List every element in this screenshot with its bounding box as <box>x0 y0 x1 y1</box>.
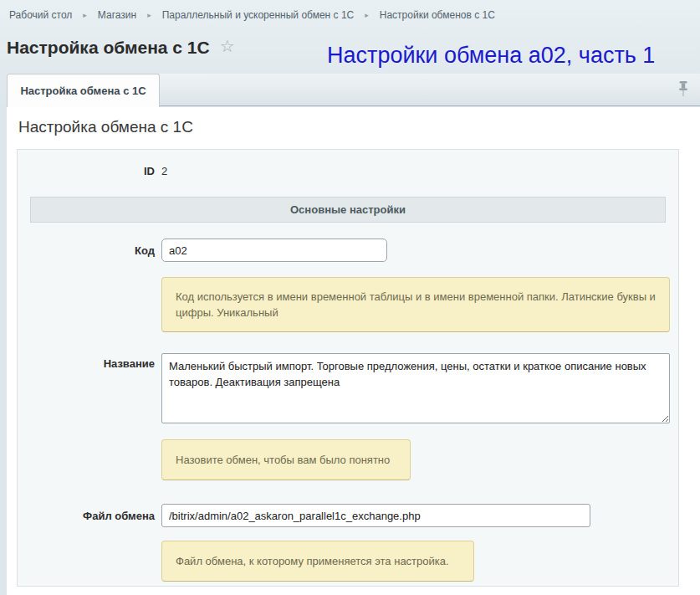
code-input[interactable] <box>161 239 387 262</box>
file-row: Файл обмена <box>18 504 678 527</box>
tab-exchange-settings[interactable]: Настройка обмена с 1С <box>7 74 160 107</box>
code-label: Код <box>18 244 155 257</box>
annotation-text: Настройки обмена a02, часть 1 <box>327 43 655 69</box>
file-label: Файл обмена <box>18 510 155 522</box>
page-title: Настройка обмена с 1С <box>7 32 210 58</box>
name-hint: Назовите обмен, чтобы вам было понятно <box>161 439 411 480</box>
form-heading: Настройка обмена с 1С <box>18 118 700 136</box>
name-textarea[interactable]: Маленький быстрый импорт. Торговые предл… <box>161 353 670 423</box>
file-hint: Файл обмена, к которому применяется эта … <box>161 541 474 582</box>
breadcrumb-item-desktop[interactable]: Рабочий стол <box>9 9 72 21</box>
id-row: ID 2 <box>18 165 678 177</box>
breadcrumb-item-exchange-settings[interactable]: Настройки обменов с 1С <box>380 9 495 21</box>
id-value: 2 <box>161 165 167 177</box>
tab-bar: Настройка обмена с 1С <box>7 74 700 106</box>
pin-icon[interactable] <box>677 80 689 99</box>
content-area: Настройка обмена с 1С ID 2 Основные наст… <box>7 107 700 595</box>
breadcrumb-arrow-icon: ▸ <box>83 11 87 19</box>
section-header-main-settings: Основные настройки <box>30 197 666 223</box>
breadcrumb-item-shop[interactable]: Магазин <box>98 9 136 21</box>
section-header-label: Основные настройки <box>290 203 406 216</box>
breadcrumb-item-parallel-exchange[interactable]: Параллельный и ускоренный обмен с 1С <box>162 9 355 21</box>
breadcrumb-arrow-icon: ▸ <box>147 11 151 19</box>
file-input[interactable] <box>161 504 590 527</box>
breadcrumb: Рабочий стол ▸ Магазин ▸ Параллельный и … <box>0 0 700 30</box>
settings-form: ID 2 Основные настройки Код Код использу… <box>17 149 679 587</box>
tab-label: Настройка обмена с 1С <box>20 85 146 97</box>
id-label: ID <box>18 165 155 177</box>
page-header: Настройка обмена с 1С☆ Настройки обмена … <box>7 32 693 74</box>
breadcrumb-arrow-icon: ▸ <box>365 11 369 19</box>
favorite-star-icon[interactable]: ☆ <box>220 36 235 56</box>
code-hint: Код используется в имени временной табли… <box>161 277 670 332</box>
code-row: Код <box>18 239 678 262</box>
name-row: Название Маленький быстрый импорт. Торго… <box>18 353 678 426</box>
name-label: Название <box>18 353 155 370</box>
